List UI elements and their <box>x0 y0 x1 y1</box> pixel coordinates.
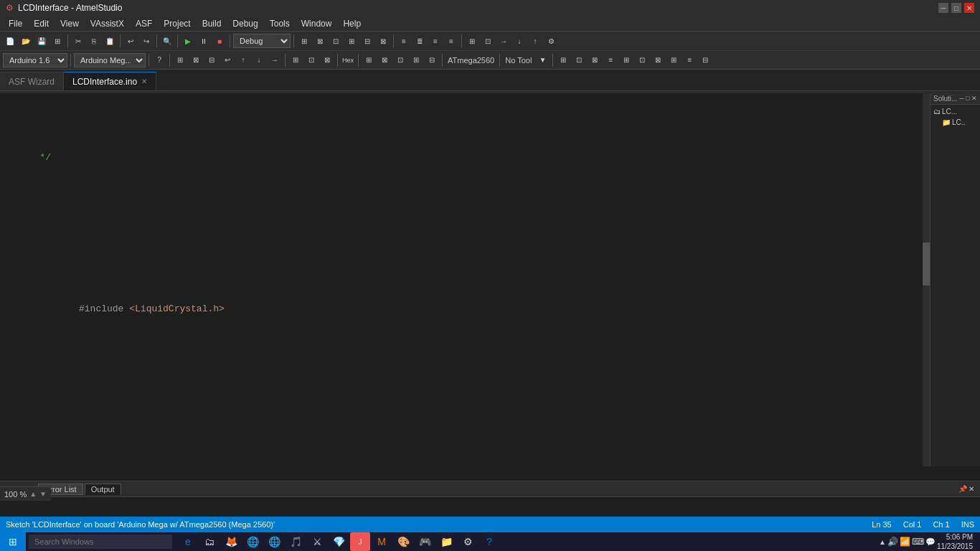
taskbar-app-atmel[interactable]: J <box>350 532 370 551</box>
taskbar-app-folder2[interactable]: 📁 <box>436 532 456 551</box>
menu-window[interactable]: Window <box>296 17 338 30</box>
maximize-button[interactable]: □ <box>951 3 961 13</box>
output-close-btn[interactable]: ✕ <box>969 485 974 493</box>
tab-lcdinterface[interactable]: LCDInterface.ino ✕ <box>64 72 156 90</box>
save-button[interactable]: 💾 <box>34 34 49 48</box>
tb2-final5[interactable]: ⊞ <box>619 53 633 67</box>
new-button[interactable]: 📄 <box>3 34 17 48</box>
taskbar-app-settings[interactable]: ⚙ <box>458 532 478 551</box>
vertical-scrollbar[interactable] <box>923 93 930 466</box>
toolbar-btn5[interactable]: ⊟ <box>360 34 374 48</box>
toolbar-btn11[interactable]: ⊞ <box>465 34 479 48</box>
window-controls[interactable]: ─ □ ✕ <box>938 3 974 13</box>
pause-button[interactable]: ⏸ <box>197 34 211 48</box>
tb2-btn6[interactable]: ↓ <box>252 53 266 67</box>
taskbar-app-music[interactable]: 🎵 <box>286 532 306 551</box>
systray-icon3[interactable]: ⌨ <box>912 537 924 547</box>
menu-file[interactable]: File <box>3 17 28 30</box>
no-tool-dropdown[interactable]: ▼ <box>535 53 550 67</box>
tb2-btn9[interactable]: ⊡ <box>304 53 319 67</box>
tb2-final8[interactable]: ⊞ <box>666 53 681 67</box>
taskbar-app-matlab[interactable]: M <box>372 532 392 551</box>
find-button[interactable]: 🔍 <box>160 34 174 48</box>
taskbar-app-paint[interactable]: 🎨 <box>393 532 413 551</box>
open-button[interactable]: 📂 <box>19 34 33 48</box>
menu-asf[interactable]: ASF <box>130 17 158 30</box>
toolbar-btn8[interactable]: ≣ <box>413 34 427 48</box>
menu-help[interactable]: Help <box>337 17 367 30</box>
board-combo[interactable]: Arduino Meg... <box>74 53 146 67</box>
taskbar-app-firefox[interactable]: 🦊 <box>221 532 241 551</box>
tb2-final9[interactable]: ≡ <box>682 53 697 67</box>
systray-icon1[interactable]: 🔊 <box>887 537 898 547</box>
menu-vassistx[interactable]: VAssistX <box>85 17 130 30</box>
systray-icon2[interactable]: 📶 <box>900 537 910 547</box>
hex-btn[interactable]: Hex <box>341 53 355 67</box>
tb2-final4[interactable]: ≡ <box>603 53 618 67</box>
minimize-button[interactable]: ─ <box>938 3 948 13</box>
menu-edit[interactable]: Edit <box>28 17 55 30</box>
tb2-btn10[interactable]: ⊠ <box>320 53 334 67</box>
taskbar-time[interactable]: 5:06 PM 11/23/2015 <box>937 532 977 551</box>
toolbar-btn6[interactable]: ⊠ <box>376 34 390 48</box>
taskbar-app-gem[interactable]: 💎 <box>329 532 349 551</box>
taskbar-app-blue[interactable]: 🌐 <box>264 532 284 551</box>
menu-view[interactable]: View <box>55 17 85 30</box>
taskbar-app-chrome[interactable]: 🌐 <box>242 532 263 551</box>
systray-arrow[interactable]: ▲ <box>879 538 886 546</box>
taskbar-app-explorer[interactable]: 🗂 <box>199 532 220 551</box>
debug-combo[interactable]: Debug <box>233 34 291 48</box>
paste-button[interactable]: 📋 <box>103 34 117 48</box>
tb2-final7[interactable]: ⊠ <box>651 53 665 67</box>
tb2-btn14[interactable]: ⊞ <box>409 53 423 67</box>
toolbar-btn15[interactable]: ↑ <box>528 34 542 48</box>
tb2-final6[interactable]: ⊡ <box>635 53 649 67</box>
tb2-btn11[interactable]: ⊞ <box>362 53 376 67</box>
copy-button[interactable]: ⎘ <box>87 34 101 48</box>
undo-button[interactable]: ↩ <box>123 34 138 48</box>
tb2-btn15[interactable]: ⊟ <box>425 53 439 67</box>
toolbar-btn3[interactable]: ⊡ <box>329 34 343 48</box>
menu-tools[interactable]: Tools <box>264 17 296 30</box>
tb2-final10[interactable]: ⊟ <box>698 53 712 67</box>
output-tab[interactable]: Output <box>85 484 121 495</box>
tb2-btn1[interactable]: ⊞ <box>173 53 187 67</box>
code-content[interactable]: */ #include <LiquidCrystal.h> <box>0 93 930 466</box>
taskbar-app-game[interactable]: 🎮 <box>415 532 435 551</box>
toolbar-btn2[interactable]: ⊠ <box>313 34 327 48</box>
help-btn[interactable]: ? <box>152 53 166 67</box>
start-button[interactable]: ▶ <box>181 34 195 48</box>
toolbar-btn1[interactable]: ⊞ <box>297 34 311 48</box>
tb2-final2[interactable]: ⊡ <box>572 53 586 67</box>
tb2-final1[interactable]: ⊞ <box>556 53 570 67</box>
tb2-btn12[interactable]: ⊠ <box>377 53 392 67</box>
tb2-btn4[interactable]: ↩ <box>220 53 235 67</box>
tb2-btn13[interactable]: ⊡ <box>393 53 407 67</box>
tb2-btn3[interactable]: ⊟ <box>204 53 219 67</box>
tb2-final3[interactable]: ⊠ <box>588 53 602 67</box>
menu-debug[interactable]: Debug <box>227 17 263 30</box>
device-combo[interactable]: Arduino 1.6 <box>3 53 67 67</box>
menu-project[interactable]: Project <box>158 17 196 30</box>
cut-button[interactable]: ✂ <box>71 34 85 48</box>
toolbar-btn10[interactable]: ≡ <box>444 34 458 48</box>
redo-button[interactable]: ↪ <box>139 34 154 48</box>
zoom-up-btn[interactable]: ▲ <box>29 490 37 498</box>
menu-build[interactable]: Build <box>197 17 227 30</box>
toolbar-btn16[interactable]: ⚙ <box>544 34 558 48</box>
taskbar-app-help[interactable]: ? <box>479 532 499 551</box>
taskbar-app-sword[interactable]: ⚔ <box>307 532 327 551</box>
toolbar-btn14[interactable]: ↓ <box>512 34 527 48</box>
systray-icon4[interactable]: 💬 <box>925 537 936 547</box>
save-all-button[interactable]: ⊞ <box>50 34 65 48</box>
toolbar-btn9[interactable]: ≡ <box>428 34 443 48</box>
scrollbar-thumb[interactable] <box>923 242 930 286</box>
start-button[interactable]: ⊞ <box>0 532 26 551</box>
zoom-down-btn[interactable]: ▼ <box>39 490 47 498</box>
toolbar-btn12[interactable]: ⊡ <box>481 34 495 48</box>
toolbar-btn7[interactable]: ≡ <box>397 34 411 48</box>
toolbar-btn13[interactable]: → <box>496 34 511 48</box>
toolbar-btn4[interactable]: ⊞ <box>344 34 359 48</box>
stop-button[interactable]: ■ <box>212 34 227 48</box>
tab-close-icon[interactable]: ✕ <box>141 77 147 85</box>
